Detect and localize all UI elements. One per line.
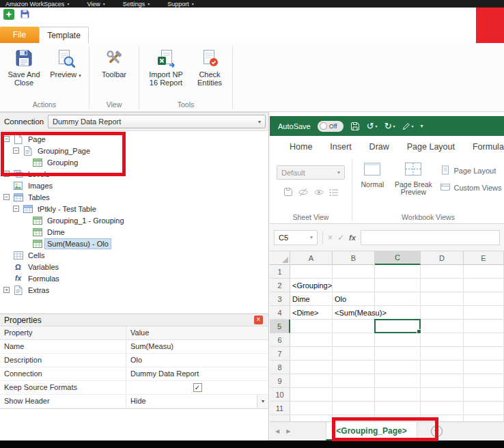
property-value[interactable]: Hide▾ [126,395,268,408]
cell-C3[interactable] [375,292,421,306]
grid-cell[interactable] [375,415,421,421]
toolbar-button[interactable]: Toolbar [95,45,133,99]
tree-item-extras[interactable]: +Extras [0,284,268,296]
cell-A3[interactable]: Dime [290,292,333,306]
new-sheet-view-icon[interactable] [313,187,324,199]
cell-E8[interactable] [464,361,504,374]
cell-C11[interactable] [375,402,421,415]
cell-C6[interactable] [375,333,421,347]
expand-minus-icon[interactable]: − [13,206,19,212]
tree-item-grouping-1-grouping[interactable]: Grouping_1 - Grouping [0,214,268,226]
cell-D9[interactable] [421,374,464,388]
cell-B9[interactable] [333,374,375,388]
cell-D5[interactable] [421,320,464,333]
cell-A6[interactable] [290,333,333,347]
tree-item-tables[interactable]: −Tables [0,191,268,203]
cell-E4[interactable] [464,306,504,320]
property-value[interactable]: ✓ [126,381,268,394]
property-value[interactable]: Olo [126,354,268,367]
custom-views-button[interactable]: Custom Views [440,183,501,193]
row-header-9[interactable]: 9 [270,374,290,388]
cell-C8[interactable] [375,361,421,374]
cell-E9[interactable] [464,374,504,388]
grid-cell[interactable] [421,415,464,421]
cell-E10[interactable] [464,388,504,402]
row-header[interactable] [270,415,290,421]
tree-item-dime[interactable]: Dime [0,226,268,238]
cell-B7[interactable] [333,347,375,361]
row-header-8[interactable]: 8 [270,361,290,374]
row-header-5[interactable]: 5 [270,320,290,333]
cell-B6[interactable] [333,333,375,347]
undo-button[interactable]: ↺▾ [367,122,378,130]
cell-D11[interactable] [421,402,464,415]
property-value[interactable]: Dummy Data Report [126,367,268,380]
save-and-close-button[interactable]: Save And Close [5,45,42,99]
save-icon[interactable] [350,122,360,131]
tree-item-tptkly-test-table[interactable]: −tPtkly - Test Table [0,203,268,214]
ribbon-tab-page-layout[interactable]: Page Layout [398,142,464,152]
cell-C2[interactable] [375,279,421,292]
normal-view-button[interactable]: Normal [354,163,390,188]
checkbox-checked-icon[interactable]: ✓ [193,383,202,392]
grid-cell[interactable] [464,415,504,421]
cell-E3[interactable] [464,292,504,306]
ribbon-tab-formulas[interactable]: Formulas [464,142,504,152]
exit-sheet-view-icon[interactable] [298,187,309,199]
expand-minus-icon[interactable]: − [13,148,19,154]
cell-D10[interactable] [421,388,464,402]
ribbon-tab-home[interactable]: Home [281,142,321,152]
ribbon-tab-draw[interactable]: Draw [361,142,398,152]
cell-A1[interactable] [290,265,333,279]
cell-E7[interactable] [464,347,504,361]
dropdown-arrow-icon[interactable]: ▾ [257,395,268,408]
tree-item-grouping[interactable]: Grouping [0,156,268,168]
tree-item-images[interactable]: Images [0,180,268,191]
cell-D4[interactable] [421,306,464,320]
column-header-B[interactable]: B [333,251,375,265]
cell-C1[interactable] [375,265,421,279]
cell-D6[interactable] [421,333,464,347]
cell-E11[interactable] [464,402,504,415]
tree-item-levels[interactable]: +Levels [0,168,268,180]
cell-E6[interactable] [464,333,504,347]
tree-item-grouping-page[interactable]: −Grouping_Page [0,145,268,156]
cell-E1[interactable] [464,265,504,279]
cell-B10[interactable] [333,388,375,402]
cell-A5[interactable] [290,320,333,333]
row-header-10[interactable]: 10 [270,388,290,402]
menu-item-view[interactable]: View▾ [87,1,104,8]
cell-B5[interactable] [333,320,375,333]
grid-cell[interactable] [290,415,333,421]
page-break-preview-button[interactable]: Page Break Preview [393,163,434,196]
cancel-icon[interactable]: × [328,233,333,242]
cell-A11[interactable] [290,402,333,415]
cell-A8[interactable] [290,361,333,374]
name-box[interactable]: C5 ▾ [274,230,318,245]
autosave-toggle[interactable]: Off [318,121,344,132]
select-all-button[interactable] [270,251,290,265]
cell-B2[interactable] [333,279,375,292]
cell-A10[interactable] [290,388,333,402]
redo-button[interactable]: ↻▾ [384,122,395,130]
cell-C7[interactable] [375,347,421,361]
cell-A2[interactable]: <Grouping> [290,279,333,292]
sheet-view-options-icon[interactable] [329,187,339,199]
cell-C9[interactable] [375,374,421,388]
app-logo-icon[interactable] [3,9,14,20]
row-header-4[interactable]: 4 [270,306,290,320]
cell-B4[interactable]: <Sum(Measu)> [333,306,375,320]
cell-C5[interactable] [375,320,421,333]
property-value[interactable]: Sum(Measu) [126,340,268,353]
tree-item-page[interactable]: −Page [0,133,268,145]
row-header-7[interactable]: 7 [270,347,290,361]
sheet-next-icon[interactable]: ▶ [286,428,290,434]
ribbon-tab-insert[interactable]: Insert [321,142,360,152]
row-header-2[interactable]: 2 [270,279,290,292]
new-sheet-button[interactable]: + [431,425,443,437]
cell-D7[interactable] [421,347,464,361]
formula-input[interactable] [361,230,500,245]
page-layout-view-button[interactable]: Page Layout [440,165,501,176]
cell-E2[interactable] [464,279,504,292]
row-header-1[interactable]: 1 [270,265,290,279]
